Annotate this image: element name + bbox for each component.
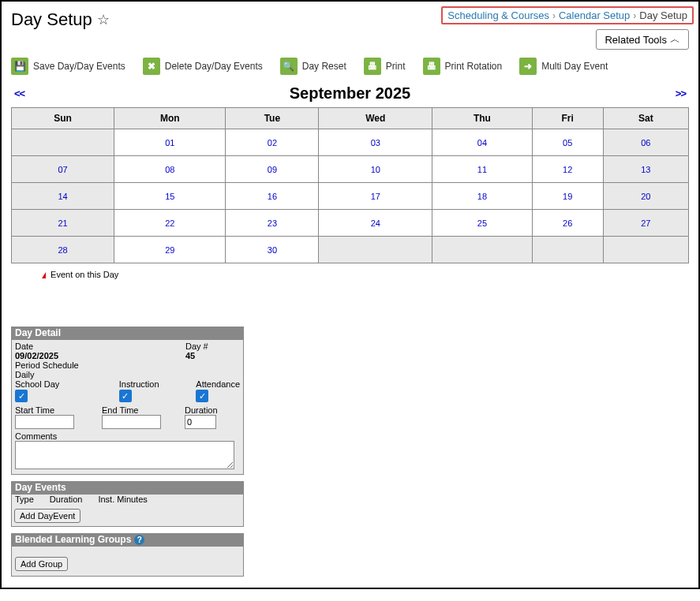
day-reset-button[interactable]: 🔍 Day Reset	[280, 58, 346, 75]
prev-month-button[interactable]: <<	[14, 88, 24, 99]
favorite-star-icon[interactable]: ☆	[97, 11, 110, 28]
calendar-empty-cell	[603, 237, 688, 263]
calendar-day[interactable]: 30	[226, 237, 319, 263]
calendar-day[interactable]: 02	[226, 129, 319, 156]
print-icon: 🖶	[423, 58, 440, 75]
calendar-day[interactable]: 23	[226, 210, 319, 237]
calendar-day[interactable]: 21	[12, 210, 114, 237]
multi-day-event-button[interactable]: ➜ Multi Day Event	[519, 58, 608, 75]
plus-icon: ➜	[519, 58, 537, 75]
calendar-day[interactable]: 29	[114, 237, 226, 263]
end-time-input[interactable]	[102, 415, 161, 429]
save-button[interactable]: 💾 Save Day/Day Events	[11, 58, 125, 75]
save-label: Save Day/Day Events	[33, 61, 125, 72]
delete-button[interactable]: ✖ Delete Day/Day Events	[143, 58, 263, 75]
breadcrumb-calendar-setup[interactable]: Calendar Setup	[559, 9, 630, 21]
day-events-header: Day Events	[11, 481, 244, 494]
dayevents-col-type: Type	[15, 495, 34, 504]
calendar-day[interactable]: 22	[114, 210, 226, 237]
next-month-button[interactable]: >>	[676, 88, 686, 99]
breadcrumb-current: Day Setup	[639, 9, 687, 21]
calendar-day[interactable]: 16	[226, 183, 319, 210]
calendar-empty-cell	[319, 237, 432, 263]
calendar-day[interactable]: 14	[12, 183, 114, 210]
schoolday-checkbox[interactable]: ✓	[15, 390, 28, 402]
calendar-day[interactable]: 28	[12, 237, 114, 263]
dow-sun: Sun	[12, 108, 114, 129]
chevron-up-icon: ︿	[670, 32, 680, 47]
instruction-checkbox[interactable]: ✓	[119, 390, 132, 402]
calendar-day[interactable]: 11	[432, 156, 533, 183]
legend-text: Event on this Day	[51, 270, 118, 279]
calendar-day[interactable]: 07	[12, 156, 114, 183]
calendar-day[interactable]: 01	[114, 129, 226, 156]
calendar-day[interactable]: 18	[432, 183, 533, 210]
duration-label: Duration	[185, 405, 218, 415]
attendance-label: Attendance	[196, 379, 240, 389]
reset-label: Day Reset	[302, 61, 346, 72]
date-label: Date	[15, 342, 185, 351]
daynum-value: 45	[185, 351, 208, 360]
add-group-button[interactable]: Add Group	[15, 557, 68, 571]
legend: Event on this Day	[6, 270, 694, 279]
event-marker-icon	[42, 272, 46, 278]
print-button[interactable]: 🖶 Print	[364, 58, 406, 75]
attendance-checkbox[interactable]: ✓	[196, 390, 208, 402]
duration-input[interactable]	[185, 415, 216, 429]
delete-icon: ✖	[143, 58, 160, 75]
calendar-day[interactable]: 15	[114, 183, 226, 210]
calendar-day[interactable]: 05	[532, 129, 603, 156]
calendar-day[interactable]: 04	[432, 129, 533, 156]
print-rotation-button[interactable]: 🖶 Print Rotation	[423, 58, 503, 75]
print-label: Print	[386, 61, 406, 72]
calendar-day[interactable]: 17	[319, 183, 432, 210]
day-detail-header: Day Detail	[11, 327, 244, 339]
dow-tue: Tue	[226, 108, 319, 129]
period-schedule-value: Daily	[15, 370, 79, 379]
calendar-day[interactable]: 26	[532, 210, 603, 237]
calendar-day[interactable]: 13	[603, 156, 688, 183]
start-time-label: Start Time	[15, 405, 102, 415]
page-title: Day Setup	[11, 9, 92, 30]
dow-sat: Sat	[603, 108, 688, 129]
help-icon[interactable]: ?	[134, 535, 144, 545]
calendar-day[interactable]: 10	[319, 156, 432, 183]
dayevents-col-duration: Duration	[50, 495, 83, 504]
breadcrumb-scheduling[interactable]: Scheduling & Courses	[447, 9, 549, 21]
calendar-day[interactable]: 24	[319, 210, 432, 237]
calendar-empty-cell	[532, 237, 603, 263]
instruction-label: Instruction	[119, 379, 197, 389]
calendar-day[interactable]: 27	[603, 210, 688, 237]
dow-mon: Mon	[114, 108, 226, 129]
print-icon: 🖶	[364, 58, 381, 75]
calendar-day[interactable]: 09	[226, 156, 319, 183]
calendar-day[interactable]: 20	[603, 183, 688, 210]
end-time-label: End Time	[102, 405, 185, 415]
dow-fri: Fri	[532, 108, 603, 129]
calendar-day[interactable]: 25	[432, 210, 533, 237]
multi-label: Multi Day Event	[541, 61, 608, 72]
calendar-empty-cell	[12, 129, 114, 156]
rotation-label: Print Rotation	[445, 61, 503, 72]
calendar-day[interactable]: 03	[319, 129, 432, 156]
calendar-grid: Sun Mon Tue Wed Thu Fri Sat 010203040506…	[11, 107, 689, 263]
daynum-label: Day #	[185, 342, 208, 351]
dow-thu: Thu	[432, 108, 533, 129]
comments-textarea[interactable]	[15, 441, 234, 469]
schoolday-label: School Day	[15, 379, 119, 389]
calendar-day[interactable]: 19	[532, 183, 603, 210]
dow-wed: Wed	[319, 108, 432, 129]
dayevents-col-inst: Inst. Minutes	[98, 495, 147, 504]
related-tools-dropdown[interactable]: Related Tools ︿	[596, 29, 689, 50]
calendar-day[interactable]: 08	[114, 156, 226, 183]
add-dayevent-button[interactable]: Add DayEvent	[14, 509, 80, 523]
blg-header: Blended Learning Groups	[15, 534, 131, 545]
calendar-day[interactable]: 06	[603, 129, 688, 156]
comments-label: Comments	[15, 431, 240, 441]
search-icon: 🔍	[280, 58, 298, 75]
toolbar: 💾 Save Day/Day Events ✖ Delete Day/Day E…	[6, 54, 694, 78]
start-time-input[interactable]	[15, 415, 74, 429]
chevron-right-icon: ›	[552, 10, 556, 21]
calendar-day[interactable]: 12	[532, 156, 603, 183]
delete-label: Delete Day/Day Events	[165, 61, 263, 72]
